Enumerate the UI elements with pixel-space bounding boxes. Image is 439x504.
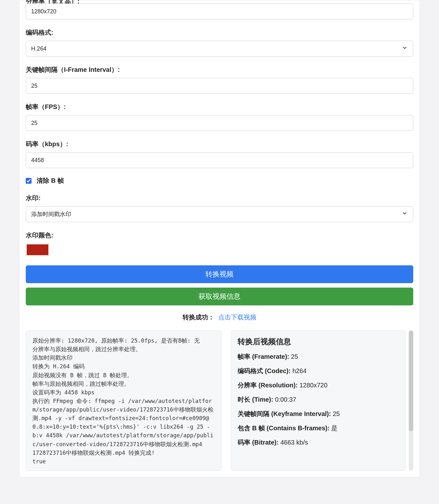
iframe-interval-input[interactable] [26,78,413,94]
conversion-log-panel: 原始分辨率: 1280x720, 原始帧率: 25.0fps, 是否有B帧: 无… [26,330,221,471]
info-key: 关键帧间隔 (Keyframe Interval): [238,410,331,417]
info-panel-scrollbar[interactable] [409,330,413,471]
info-row-codec: 编码格式 (Codec): h264 [238,367,399,375]
info-val: 1280x720 [298,382,327,389]
info-row-time: 时长 (Time): 0:00:37 [238,395,399,404]
convert-video-button[interactable]: 转换视频 [26,265,413,283]
convert-success-label: 转换成功： [183,314,214,321]
resolution-label: 分辨率（宽 x 高）: [26,0,413,3]
watermark-color-label: 水印颜色: [26,231,413,240]
info-val: 25 [331,410,340,417]
info-row-bitrate: 码率 (Bitrate): 4663 kb/s [238,438,399,447]
scrollbar-thumb[interactable] [409,330,413,431]
info-key: 帧率 (Framerate): [238,353,289,360]
fps-input[interactable] [26,115,413,131]
info-val: 25 [289,353,298,360]
download-video-link[interactable]: 点击下载视频 [218,314,256,321]
info-val: 是 [330,425,338,432]
info-key: 时长 (Time): [238,396,273,403]
iframe-interval-label: 关键帧间隔（I-Frame Interval）: [26,65,413,74]
info-val: 4663 kb/s [279,439,308,446]
watermark-color-picker[interactable] [26,243,49,256]
video-convert-form: 分辨率（宽 x 高）: 编码格式: H.264 关键帧间隔（I-Frame In… [19,0,420,477]
watermark-select[interactable]: 添加时间戳水印 [26,206,413,222]
resolution-label-cut: 分辨率（宽 x 高）: [26,0,413,3]
codec-label: 编码格式: [26,28,413,37]
remove-bframes-checkbox[interactable] [26,178,31,184]
bitrate-label: 码率（kbps）: [26,140,413,148]
info-key: 码率 (Bitrate): [238,439,279,446]
info-row-framerate: 帧率 (Framerate): 25 [238,352,399,361]
remove-bframes-label: 清除 B 帧 [37,176,64,185]
get-video-info-button[interactable]: 获取视频信息 [26,288,413,305]
convert-success-row: 转换成功： 点击下载视频 [26,313,413,322]
info-key: 编码格式 (Codec): [238,367,291,374]
codec-select[interactable]: H.264 [26,41,413,57]
info-key: 分辨率 (Resolution): [238,382,298,389]
converted-video-info-panel: 转换后视频信息 帧率 (Framerate): 25 编码格式 (Codec):… [231,330,406,471]
watermark-label: 水印: [26,194,413,202]
info-val: h264 [291,367,307,374]
info-row-bframes: 包含 B 帧 (Contains B-frames): 是 [238,424,399,432]
info-title: 转换后视频信息 [238,337,399,347]
bitrate-input[interactable] [26,152,413,168]
resolution-input[interactable] [26,3,413,19]
info-row-keyframe: 关键帧间隔 (Keyframe Interval): 25 [238,410,399,418]
info-key: 包含 B 帧 (Contains B-frames): [238,425,330,432]
fps-label: 帧率（FPS）: [26,103,413,111]
info-val: 0:00:37 [273,396,296,403]
info-row-resolution: 分辨率 (Resolution): 1280x720 [238,381,399,390]
